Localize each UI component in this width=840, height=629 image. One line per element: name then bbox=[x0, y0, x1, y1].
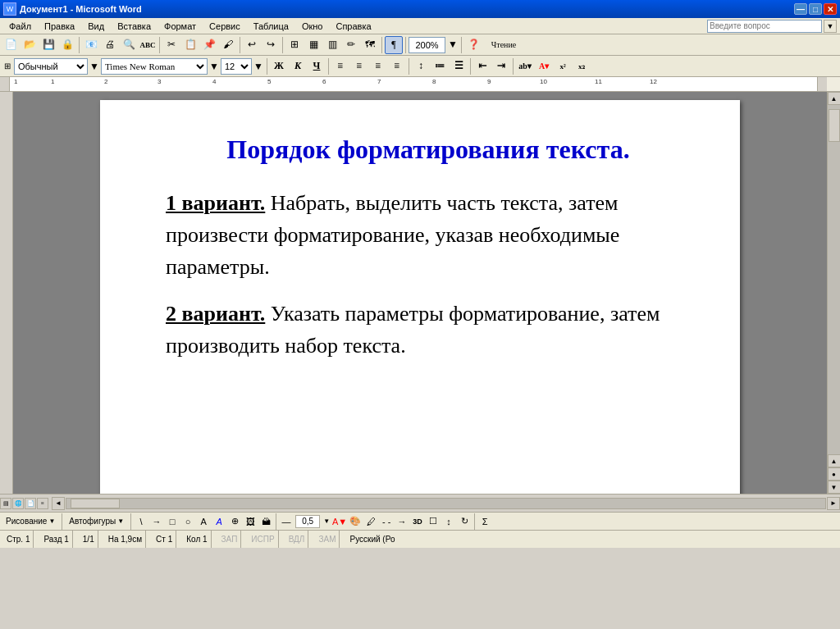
font-select[interactable]: Times New Roman bbox=[101, 58, 208, 75]
page-view-button[interactable]: 📄 bbox=[25, 498, 36, 509]
columns-button[interactable]: ▥ bbox=[323, 36, 341, 54]
scroll-prev-page-button[interactable]: ▲ bbox=[828, 454, 841, 467]
wordart-button[interactable]: A bbox=[212, 514, 226, 529]
scroll-next-page-button[interactable]: ● bbox=[828, 467, 841, 481]
menu-service[interactable]: Сервис bbox=[203, 19, 246, 34]
menu-view[interactable]: Вид bbox=[82, 19, 110, 34]
redo-button[interactable]: ↪ bbox=[262, 36, 280, 54]
search-dropdown-button[interactable]: ▼ bbox=[824, 20, 837, 33]
scroll-up-button[interactable]: ▲ bbox=[828, 92, 841, 105]
document-area[interactable]: Порядок форматирования текста. 1 вариант… bbox=[13, 92, 827, 494]
help-button[interactable]: ❓ bbox=[464, 36, 482, 54]
paste-button[interactable]: 📌 bbox=[200, 36, 218, 54]
scroll-track[interactable] bbox=[828, 105, 841, 454]
reading-button[interactable]: Чтение bbox=[483, 36, 524, 54]
superscript-button[interactable]: x² bbox=[554, 57, 572, 75]
scroll-right-button[interactable]: ► bbox=[827, 497, 840, 510]
line-width-dropdown[interactable]: ▼ bbox=[322, 514, 331, 529]
align-left-button[interactable]: ≡ bbox=[331, 57, 349, 75]
menu-help[interactable]: Справка bbox=[330, 19, 377, 34]
arrow-tool-button[interactable]: → bbox=[149, 514, 164, 529]
menu-window[interactable]: Окно bbox=[296, 19, 329, 34]
outline-view-button[interactable]: ≡ bbox=[37, 498, 48, 509]
drawing-button[interactable]: ✏ bbox=[342, 36, 360, 54]
shadow-style-button[interactable]: ☐ bbox=[426, 514, 441, 529]
underline-button[interactable]: Ч bbox=[308, 57, 326, 75]
insert-table-button[interactable]: ⊞ bbox=[285, 36, 304, 54]
permission-button[interactable]: 🔒 bbox=[58, 36, 76, 54]
drawing-button[interactable]: Рисование ▼ bbox=[2, 514, 59, 529]
zoom-dropdown-button[interactable]: ▼ bbox=[447, 36, 459, 54]
bold-button[interactable]: Ж bbox=[270, 57, 288, 75]
align-center-button[interactable]: ≡ bbox=[350, 57, 368, 75]
rotate-button[interactable]: ↻ bbox=[457, 514, 472, 529]
line-spacing-button[interactable]: ↕ bbox=[412, 57, 430, 75]
cut-button[interactable]: ✂ bbox=[162, 36, 180, 54]
menu-edit[interactable]: Правка bbox=[39, 19, 80, 34]
normal-view-button[interactable]: ▤ bbox=[0, 498, 11, 509]
subscript-button[interactable]: x₂ bbox=[573, 57, 591, 75]
insert-symbol-button[interactable]: Σ bbox=[477, 514, 492, 529]
style-dropdown-button[interactable]: ▼ bbox=[89, 57, 100, 75]
justify-button[interactable]: ≡ bbox=[388, 57, 406, 75]
rect-tool-button[interactable]: □ bbox=[165, 514, 180, 529]
bullets-button[interactable]: ☰ bbox=[450, 57, 468, 75]
horizontal-scroll-track[interactable] bbox=[66, 498, 826, 509]
textbox-tool-button[interactable]: A bbox=[196, 514, 211, 529]
undo-button[interactable]: ↩ bbox=[243, 36, 261, 54]
preview-button[interactable]: 🔍 bbox=[120, 36, 138, 54]
3d-style-button[interactable]: 3D bbox=[410, 514, 425, 529]
menu-format[interactable]: Формат bbox=[158, 19, 202, 34]
scroll-down-button[interactable]: ▼ bbox=[828, 481, 841, 494]
print-button[interactable]: 🖨 bbox=[101, 36, 119, 54]
decrease-indent-button[interactable]: ⇤ bbox=[473, 57, 491, 75]
menu-insert[interactable]: Вставка bbox=[112, 19, 157, 34]
search-input[interactable] bbox=[707, 20, 822, 33]
maximize-button[interactable]: □ bbox=[809, 3, 822, 15]
line-color-button[interactable]: — bbox=[279, 514, 294, 529]
increase-indent-button[interactable]: ⇥ bbox=[492, 57, 510, 75]
align-right-button[interactable]: ≡ bbox=[369, 57, 387, 75]
autoshapes-button[interactable]: Автофигуры ▼ bbox=[65, 514, 128, 529]
line-tool-button[interactable]: \ bbox=[134, 514, 148, 529]
clipart-button[interactable]: 🖼 bbox=[243, 514, 258, 529]
line-width-input[interactable] bbox=[295, 515, 320, 528]
dash-style-button[interactable]: - - bbox=[379, 514, 394, 529]
align-draw-button[interactable]: ↕ bbox=[441, 514, 456, 529]
highlight-button[interactable]: ab▾ bbox=[516, 57, 534, 75]
scroll-thumb[interactable] bbox=[829, 109, 840, 142]
style-select[interactable]: Обычный bbox=[14, 58, 88, 75]
menu-table[interactable]: Таблица bbox=[248, 19, 294, 34]
new-button[interactable]: 📄 bbox=[2, 36, 20, 54]
scroll-left-button[interactable]: ◄ bbox=[52, 497, 65, 510]
minimize-button[interactable]: — bbox=[794, 3, 807, 15]
zoom-input[interactable] bbox=[409, 37, 445, 53]
web-view-button[interactable]: 🌐 bbox=[12, 498, 24, 509]
line-color-draw-button[interactable]: 🖊 bbox=[363, 514, 378, 529]
style-menu-handle[interactable]: ⊞ bbox=[2, 57, 13, 75]
vertical-scrollbar[interactable]: ▲ ▲ ● ▼ bbox=[827, 92, 840, 494]
document-map-button[interactable]: 🗺 bbox=[361, 36, 379, 54]
insert-columns-button[interactable]: ▦ bbox=[304, 36, 322, 54]
font-dropdown-button[interactable]: ▼ bbox=[208, 57, 220, 75]
open-button[interactable]: 📂 bbox=[21, 36, 39, 54]
numbering-button[interactable]: ≔ bbox=[431, 57, 449, 75]
font-size-select[interactable]: 12 bbox=[221, 58, 252, 75]
size-dropdown-button[interactable]: ▼ bbox=[253, 57, 264, 75]
diagram-button[interactable]: ⊕ bbox=[227, 514, 242, 529]
image-button[interactable]: 🏔 bbox=[258, 514, 273, 529]
horizontal-scroll-thumb[interactable] bbox=[71, 499, 120, 508]
font-color-button[interactable]: A▾ bbox=[535, 57, 553, 75]
show-formatting-button[interactable]: ¶ bbox=[385, 36, 403, 54]
arrow-style-button[interactable]: → bbox=[395, 514, 409, 529]
copy-button[interactable]: 📋 bbox=[181, 36, 199, 54]
fill-color-button[interactable]: 🎨 bbox=[348, 514, 363, 529]
close-button[interactable]: ✕ bbox=[824, 3, 837, 15]
email-button[interactable]: 📧 bbox=[82, 36, 100, 54]
italic-button[interactable]: К bbox=[289, 57, 307, 75]
spell-button[interactable]: ABC bbox=[139, 36, 157, 54]
menu-file[interactable]: Файл bbox=[3, 19, 37, 34]
oval-tool-button[interactable]: ○ bbox=[180, 514, 195, 529]
font-color-draw-button[interactable]: A▼ bbox=[332, 514, 347, 529]
save-button[interactable]: 💾 bbox=[39, 36, 57, 54]
